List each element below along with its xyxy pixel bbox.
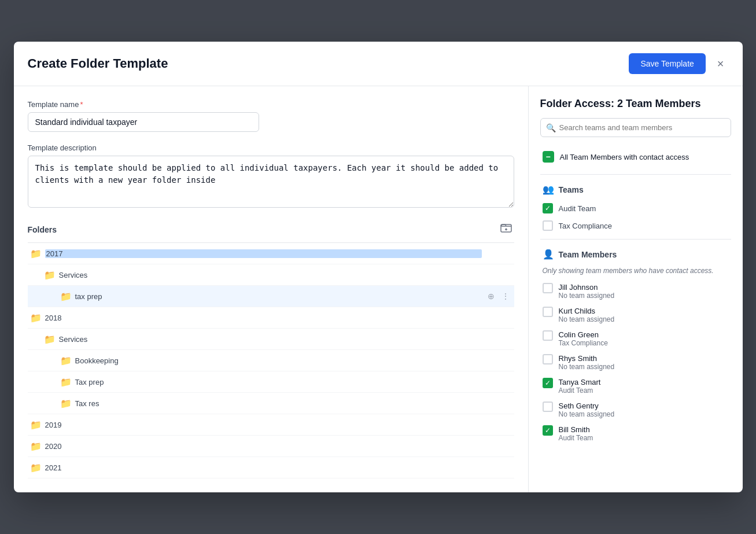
folder-row[interactable]: 📁 2018 ⊕ ⋮ (28, 307, 514, 329)
folder-icon: 📁 (60, 291, 72, 302)
folder-icon: 📁 (30, 441, 42, 452)
folder-name: 2020 (45, 442, 482, 451)
folder-icon: 📁 (60, 377, 72, 388)
folders-title: Folders (28, 225, 57, 234)
team-item-tax-compliance[interactable]: Tax Compliance (540, 217, 731, 234)
member-team: No team assigned (559, 315, 729, 323)
template-description-input[interactable]: This is template should be applied to al… (28, 156, 514, 208)
folder-add-btn[interactable]: ⊕ (485, 290, 497, 302)
tax-compliance-checkbox[interactable] (543, 220, 553, 231)
search-icon: 🔍 (546, 123, 556, 132)
folder-add-btn[interactable]: ⊕ (485, 248, 497, 259)
member-item-bill[interactable]: ✓ Bill Smith Audit Team (540, 422, 731, 445)
member-item-tanya[interactable]: ✓ Tanya Smart Audit Team (540, 374, 731, 398)
folder-row[interactable]: 📁 2021 ⊕ ⋮ (28, 457, 514, 478)
member-item-kurt[interactable]: Kurt Childs No team assigned (540, 303, 731, 327)
member-info: Tanya Smart Audit Team (559, 378, 729, 395)
member-team: No team assigned (559, 410, 729, 418)
folder-name: Tax prep (75, 378, 482, 386)
folder-name: Services (59, 271, 482, 279)
folder-menu-btn[interactable]: ⋮ (499, 333, 512, 345)
member-info: Rhys Smith No team assigned (559, 354, 729, 371)
modal-left-panel: Template name* Template description This… (14, 86, 529, 492)
modal-title: Create Folder Template (28, 56, 168, 71)
modal-right-panel: Folder Access: 2 Team Members 🔍 − All Te… (529, 86, 743, 492)
audit-team-label: Audit Team (559, 204, 596, 213)
folder-menu-btn[interactable]: ⋮ (499, 376, 512, 388)
folder-add-btn[interactable]: ⊕ (485, 397, 497, 409)
add-folder-button[interactable] (498, 221, 514, 238)
kurt-childs-checkbox[interactable] (543, 307, 553, 317)
folder-add-btn[interactable]: ⊕ (485, 355, 497, 366)
required-star: * (80, 100, 83, 109)
member-name: Tanya Smart (559, 378, 729, 386)
save-template-button[interactable]: Save Template (629, 53, 705, 74)
folder-add-btn[interactable]: ⊕ (485, 376, 497, 388)
folder-menu-btn[interactable]: ⋮ (499, 419, 512, 430)
folder-menu-btn[interactable]: ⋮ (499, 440, 512, 452)
seth-gentry-checkbox[interactable] (543, 402, 553, 412)
modal-dialog: Create Folder Template Save Template × T… (14, 42, 743, 492)
folder-row[interactable]: 📁 2019 ⊕ ⋮ (28, 414, 514, 436)
folder-add-btn[interactable]: ⊕ (485, 419, 497, 430)
search-input[interactable] (540, 118, 731, 137)
search-wrapper: 🔍 (540, 118, 731, 137)
folder-menu-btn[interactable]: ⋮ (499, 462, 512, 473)
folder-icon: 📁 (30, 312, 42, 323)
member-info: Seth Gentry No team assigned (559, 402, 729, 418)
only-showing-note: Only showing team members who have conta… (540, 264, 731, 279)
member-name: Bill Smith (559, 425, 729, 434)
member-item-seth[interactable]: Seth Gentry No team assigned (540, 398, 731, 422)
member-info: Kurt Childs No team assigned (559, 307, 729, 323)
folder-row[interactable]: 📁 Services ⊕ ⋮ (28, 264, 514, 286)
folder-row[interactable]: 📁 2020 ⊕ ⋮ (28, 436, 514, 457)
folder-add-btn[interactable]: ⊕ (485, 312, 497, 323)
tanya-smart-checkbox[interactable]: ✓ (543, 378, 553, 388)
bill-smith-checkbox[interactable]: ✓ (543, 425, 553, 436)
folder-menu-btn[interactable]: ⋮ (499, 269, 512, 281)
rhys-smith-checkbox[interactable] (543, 354, 553, 364)
audit-team-checkbox[interactable]: ✓ (543, 203, 553, 213)
folder-row[interactable]: 📁 Services ⊕ ⋮ (28, 329, 514, 350)
folders-header: Folders (28, 221, 514, 238)
teams-section-label: Teams (559, 185, 584, 194)
team-members-section-header: 👤 Team Members (540, 244, 731, 264)
folder-add-btn[interactable]: ⊕ (485, 333, 497, 345)
template-name-label: Template name* (28, 100, 514, 109)
folder-add-btn[interactable]: ⊕ (485, 462, 497, 473)
all-members-row[interactable]: − All Team Members with contact access (540, 146, 731, 167)
folder-icon: 📁 (44, 270, 56, 281)
member-item-jill[interactable]: Jill Johnson No team assigned (540, 279, 731, 303)
folder-row[interactable]: 📁 tax prep ⊕ ⋮ (28, 286, 514, 307)
add-folder-icon (500, 222, 512, 234)
jill-johnson-checkbox[interactable] (543, 283, 553, 293)
folder-menu-btn[interactable]: ⋮ (499, 355, 512, 366)
folder-menu-btn[interactable]: ⋮ (499, 312, 512, 323)
folder-row[interactable]: 📁 Tax prep ⊕ ⋮ (28, 371, 514, 393)
member-name: Seth Gentry (559, 402, 729, 410)
folder-row[interactable]: 📁 2017 ⊕ ⋮ (28, 243, 514, 264)
template-name-input[interactable] (28, 112, 259, 132)
member-item-colin[interactable]: Colin Green Tax Compliance (540, 327, 731, 351)
member-name: Jill Johnson (559, 283, 729, 292)
modal-overlay: Create Folder Template Save Template × T… (0, 0, 756, 534)
folder-menu-btn[interactable]: ⋮ (499, 248, 512, 259)
teams-icon: 👥 (543, 184, 554, 195)
folder-list: 📁 2017 ⊕ ⋮ 📁 Services ⊕ (28, 242, 514, 478)
folder-row[interactable]: 📁 Tax res ⊕ ⋮ (28, 393, 514, 414)
folder-menu-btn[interactable]: ⋮ (499, 290, 512, 302)
folder-icon: 📁 (60, 398, 72, 409)
close-button[interactable]: × (713, 56, 729, 72)
folder-row[interactable]: 📁 Bookkeeping ⊕ ⋮ (28, 350, 514, 371)
member-item-rhys[interactable]: Rhys Smith No team assigned (540, 351, 731, 374)
member-team: No team assigned (559, 292, 729, 300)
folder-add-btn[interactable]: ⊕ (485, 269, 497, 281)
colin-green-checkbox[interactable] (543, 330, 553, 341)
modal-header: Create Folder Template Save Template × (14, 42, 743, 86)
team-members-section-label: Team Members (559, 250, 617, 259)
access-panel-title: Folder Access: 2 Team Members (540, 98, 731, 110)
folder-menu-btn[interactable]: ⋮ (499, 397, 512, 409)
team-item-audit[interactable]: ✓ Audit Team (540, 200, 731, 217)
folder-icon: 📁 (30, 462, 42, 473)
folder-add-btn[interactable]: ⊕ (485, 440, 497, 452)
